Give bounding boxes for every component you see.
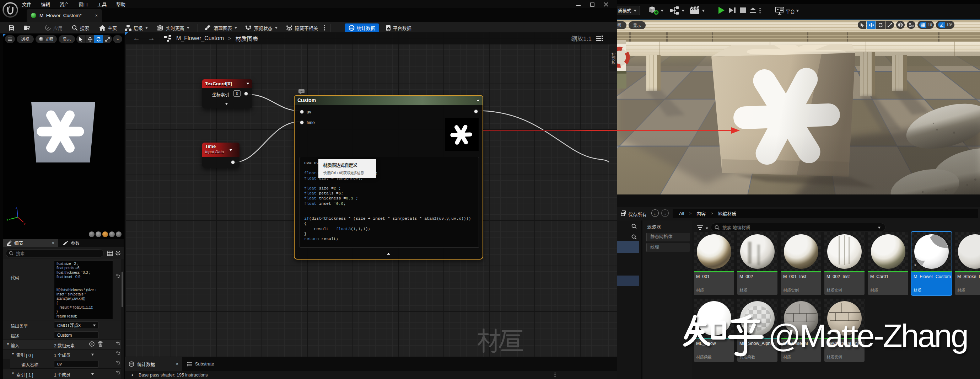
svg-text:Y: Y xyxy=(6,218,8,221)
svg-text:i: i xyxy=(353,28,353,31)
svg-text:z: z xyxy=(16,206,18,209)
svg-text:x: x xyxy=(24,222,25,226)
svg-text:@Matte-Zhang: @Matte-Zhang xyxy=(768,318,967,354)
